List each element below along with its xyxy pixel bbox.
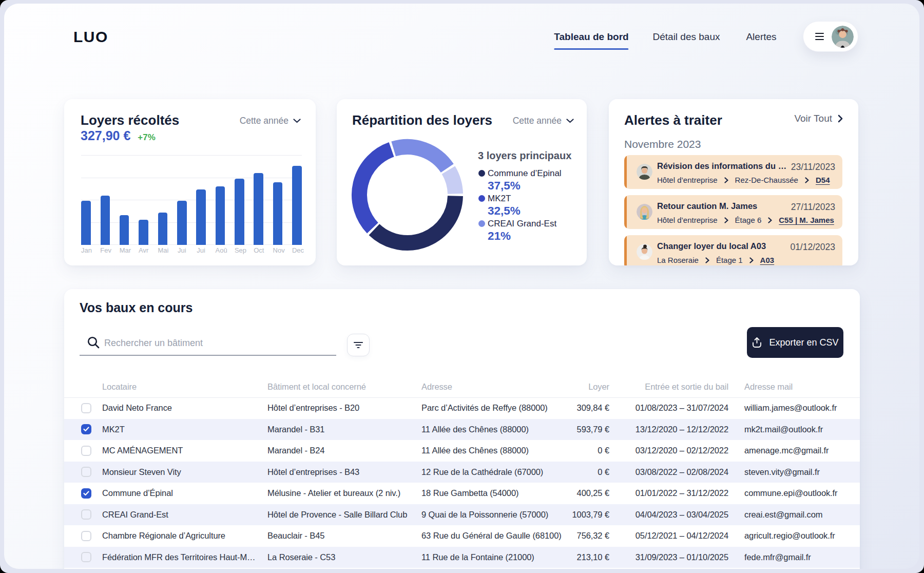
- nav-detail-des-baux[interactable]: Détail des baux: [653, 31, 720, 43]
- cell-batiment: Hôtel d’entreprises - B20: [267, 403, 421, 413]
- legend-percentage: 37,5%: [488, 179, 521, 193]
- bar-month-label: Nov: [273, 246, 283, 254]
- cell-bail: 31/09/2023 – 01/10/2025: [609, 552, 728, 562]
- user-menu[interactable]: [803, 21, 858, 52]
- row-checkbox[interactable]: [81, 488, 91, 499]
- legend-title: 3 loyers principaux: [478, 150, 571, 162]
- cell-batiment: Hôtel de Provence - Salle Billard Club: [267, 510, 421, 520]
- filter-icon: [353, 341, 363, 349]
- cell-loyer: 0 €: [563, 446, 609, 455]
- bar: [196, 189, 206, 245]
- chevron-right-icon: [705, 257, 709, 263]
- col-locataire: Locataire: [91, 382, 267, 392]
- row-checkbox[interactable]: [81, 531, 91, 541]
- bar-column: [120, 215, 129, 245]
- bar-chart: [81, 155, 302, 245]
- search-input[interactable]: [104, 336, 330, 350]
- search-underline: [80, 355, 336, 356]
- table-row[interactable]: David Neto France Hôtel d’entreprises - …: [64, 397, 860, 419]
- cell-adresse: Parc d’Activités de Reffye (88000): [421, 403, 563, 413]
- export-icon: [752, 337, 762, 348]
- row-checkbox[interactable]: [81, 552, 91, 562]
- repartition-title: Répartition des loyers: [352, 112, 492, 128]
- breadcrumb-part[interactable]: La Roseraie: [657, 256, 699, 264]
- cell-loyer: 400,25 €: [563, 488, 609, 498]
- user-avatar[interactable]: [832, 26, 854, 48]
- hamburger-menu-icon[interactable]: [815, 33, 824, 41]
- table-body: David Neto France Hôtel d’entreprises - …: [64, 397, 860, 568]
- table-row[interactable]: Chambre Régionale d’Agriculture Beauclai…: [64, 525, 860, 547]
- table-row[interactable]: Commune d’Épinal Mélusine - Atelier et b…: [64, 483, 860, 504]
- chevron-right-icon: [838, 114, 843, 123]
- alert-breadcrumb: Hôtel d’entrepriseÉtage 6C55 | M. James: [657, 216, 834, 224]
- loyers-title: Loyers récoltés: [81, 112, 179, 128]
- app-container: LUO Tableau de bord Détail des baux Aler…: [4, 4, 919, 569]
- breadcrumb-part[interactable]: Hôtel d’entreprise: [657, 176, 718, 184]
- bar: [254, 173, 263, 245]
- row-checkbox[interactable]: [81, 509, 91, 520]
- cell-mail: creai.est@gmail.com: [728, 510, 860, 520]
- cell-loyer: 0 €: [563, 467, 609, 477]
- brand-logo: LUO: [73, 28, 108, 46]
- table-header: Locataire Bâtiment et local concerné Adr…: [64, 376, 860, 397]
- breadcrumb-part[interactable]: Hôtel d’entreprise: [657, 216, 718, 224]
- bar-column: [158, 213, 167, 245]
- bar: [101, 196, 110, 245]
- cell-batiment: Mélusine - Atelier et bureaux (2 niv.): [267, 488, 421, 498]
- nav-detail-des-baux-label: Détail des baux: [653, 31, 720, 42]
- breadcrumb-target[interactable]: C55 | M. James: [779, 216, 834, 224]
- cell-loyer: 1003,79 €: [563, 510, 609, 520]
- row-checkbox[interactable]: [81, 446, 91, 456]
- breadcrumb-part[interactable]: Étage 6: [735, 216, 762, 224]
- bar: [216, 186, 225, 245]
- alert-item[interactable]: Retour caution M. James 27/11/2023 Hôtel…: [624, 195, 842, 229]
- voir-tout-link[interactable]: Voir Tout: [794, 113, 843, 124]
- alert-item[interactable]: Changer loyer du local A03 01/12/2023 La…: [624, 235, 842, 265]
- cell-batiment: Marandel - B31: [267, 425, 421, 434]
- alert-date: 01/12/2023: [790, 242, 835, 253]
- filter-button[interactable]: [347, 334, 370, 356]
- cell-batiment: Beauclair - B45: [267, 531, 421, 541]
- loyers-delta: +7%: [138, 132, 156, 143]
- export-csv-label: Exporter en CSV: [769, 337, 838, 348]
- bar: [273, 182, 283, 245]
- bar: [158, 213, 168, 245]
- alert-breadcrumb: Hôtel d’entrepriseRez-De-ChausséeD54: [657, 176, 830, 184]
- nav-alertes[interactable]: Alertes: [746, 31, 776, 43]
- legend-name: CREAI Grand-Est: [488, 219, 556, 229]
- chevron-right-icon: [768, 217, 772, 223]
- cell-locataire: MC AMÉNAGEMENT: [91, 446, 267, 455]
- chevron-down-icon: [566, 119, 574, 123]
- breadcrumb-target[interactable]: D54: [816, 176, 830, 184]
- alert-list: Révision des informations du lo… 23/11/2…: [624, 155, 842, 265]
- cell-adresse: 12 Rue de la Cathédrale (67000): [421, 467, 563, 477]
- cell-loyer: 756,32 €: [563, 531, 609, 541]
- alert-date: 27/11/2023: [791, 202, 835, 213]
- breadcrumb-target[interactable]: A03: [760, 256, 775, 264]
- table-row[interactable]: MK2T Marandel - B31 11 Allée des Chênes …: [64, 419, 860, 441]
- row-checkbox[interactable]: [81, 424, 91, 434]
- cell-bail: 05/12/2021 – 04/12/2024: [609, 531, 728, 541]
- nav-tableau-de-bord[interactable]: Tableau de bord: [554, 31, 628, 43]
- cell-bail: 01/08/2023 – 31/07/2024: [609, 403, 728, 413]
- row-checkbox[interactable]: [81, 467, 91, 477]
- bar-month-label: Jan: [81, 246, 91, 254]
- loyers-period-select[interactable]: Cette année: [240, 116, 301, 126]
- export-csv-button[interactable]: Exporter en CSV: [747, 327, 843, 358]
- row-checkbox[interactable]: [81, 403, 91, 413]
- user-avatar-image: [832, 26, 854, 48]
- table-row[interactable]: CREAI Grand-Est Hôtel de Provence - Sall…: [64, 504, 860, 526]
- repartition-period-select[interactable]: Cette année: [513, 116, 574, 126]
- breadcrumb-part[interactable]: Étage 1: [716, 256, 743, 264]
- breadcrumb-part[interactable]: Rez-De-Chaussée: [735, 176, 798, 184]
- cell-mail: agricult.regio@outlook.fr: [728, 531, 860, 541]
- cell-bail: 03/12/2020 – 02/12/2022: [609, 446, 728, 455]
- page-background: LUO Tableau de bord Détail des baux Aler…: [0, 0, 924, 573]
- bar: [235, 179, 244, 245]
- alert-item[interactable]: Révision des informations du lo… 23/11/2…: [624, 155, 842, 189]
- cell-adresse: 9 Quai de la Poissonnerie (57000): [421, 510, 563, 520]
- table-row[interactable]: Fédération MFR des Territoires Haut-M… L…: [64, 547, 860, 568]
- cell-mail: steven.vity@gmail.fr: [728, 467, 860, 477]
- table-row[interactable]: Monsieur Steven Vity Hôtel d’entreprises…: [64, 462, 860, 483]
- table-row[interactable]: MC AMÉNAGEMENT Marandel - B24 11 Allée d…: [64, 440, 860, 462]
